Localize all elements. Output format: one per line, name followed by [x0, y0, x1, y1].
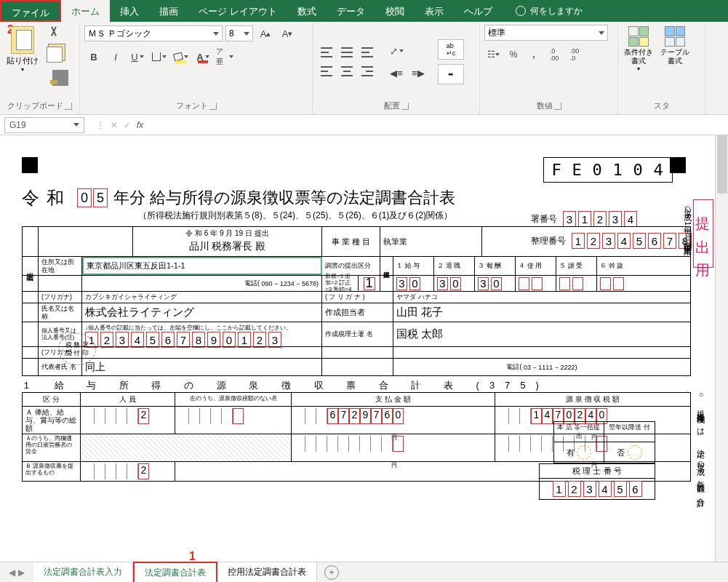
- sheet-tab-input[interactable]: 法定調書合計表入力: [33, 562, 133, 582]
- font-label: フォント: [176, 100, 208, 111]
- cut-icon[interactable]: [47, 25, 63, 41]
- ribbon-tab-bar: ファイル ホーム 挿入 描画 ページ レイアウト 数式 データ 校閲 表示 ヘル…: [0, 0, 728, 22]
- font-name-combo[interactable]: ＭＳ Ｐゴシック: [84, 25, 223, 41]
- wrap-text-button[interactable]: ab↵c: [438, 39, 464, 60]
- enter-icon[interactable]: ✓: [124, 120, 131, 130]
- tab-help[interactable]: ヘルプ: [454, 0, 503, 22]
- form-code: FE0104: [543, 157, 673, 183]
- align-top-icon[interactable]: [317, 44, 336, 61]
- clipboard-label: クリップボード: [7, 100, 63, 111]
- formula-bar: G19 ⋮ ✕ ✓ fx: [0, 115, 728, 135]
- tab-review[interactable]: 校閲: [375, 0, 415, 22]
- paste-icon: [11, 26, 34, 54]
- sheet-nav-prev-icon[interactable]: ◀: [9, 567, 15, 578]
- address-cell[interactable]: 東京都品川区東五反田1-1-1: [82, 257, 322, 275]
- fill-color-button[interactable]: [172, 48, 191, 65]
- merge-button[interactable]: ⬌: [438, 64, 464, 84]
- add-sheet-button[interactable]: ＋: [324, 565, 339, 580]
- dialog-launcher-icon[interactable]: [65, 103, 72, 110]
- align-bottom-icon[interactable]: [358, 44, 377, 61]
- office-no-label: 署番号: [531, 213, 557, 226]
- fx-icon[interactable]: fx: [137, 120, 143, 130]
- era-year: 05: [77, 188, 108, 207]
- table-format-button[interactable]: テーブル書式: [659, 25, 691, 65]
- styles-label: スタ: [654, 100, 670, 111]
- percent-icon[interactable]: %: [505, 47, 522, 63]
- corner-mark: [22, 157, 38, 173]
- honten-box: 本 店 等一括提出翌年以降送 付 有 否: [553, 421, 655, 463]
- orientation-button[interactable]: ⤢: [387, 42, 406, 60]
- dialog-launcher-icon[interactable]: [209, 103, 217, 110]
- decrease-font-icon[interactable]: A▾: [278, 25, 297, 42]
- ribbon-body: 貼り付け ▾ クリップボード ＭＳ Ｐゴシック 8 A▴ A▾ B I U: [0, 22, 728, 115]
- formula-input[interactable]: [151, 117, 728, 133]
- underline-button[interactable]: U: [128, 48, 147, 65]
- bulb-icon: [516, 6, 526, 16]
- sheet-tab-copy[interactable]: 控用法定調書合計表: [217, 562, 317, 582]
- dialog-launcher-icon[interactable]: [401, 103, 409, 110]
- name-box[interactable]: G19: [4, 117, 84, 133]
- border-button[interactable]: [150, 48, 169, 65]
- grid-icon: [628, 26, 649, 47]
- tab-home[interactable]: ホーム: [61, 0, 110, 22]
- tab-page-layout[interactable]: ページ レイアウト: [188, 0, 287, 22]
- cancel-icon[interactable]: ✕: [111, 120, 118, 130]
- align-left-icon[interactable]: [317, 63, 336, 80]
- comma-icon[interactable]: ,: [525, 47, 543, 63]
- sheet-tab-summary[interactable]: 法定調書合計表: [133, 562, 217, 582]
- format-painter-icon[interactable]: [52, 70, 68, 86]
- copy-icon[interactable]: [47, 47, 63, 63]
- bold-button[interactable]: B: [84, 48, 103, 65]
- sheet-tab-bar: ◀ ▶ 法定調書合計表入力 法定調書合計表 控用法定調書合計表 ＋: [0, 562, 728, 582]
- dialog-launcher-icon[interactable]: [554, 103, 561, 110]
- conditional-format-button[interactable]: 条件付き書式 ▾: [623, 25, 655, 72]
- alignment-grid: [317, 44, 377, 80]
- align-center-icon[interactable]: [337, 63, 356, 80]
- tab-formulas[interactable]: 数式: [287, 0, 327, 22]
- number-label: 数値: [537, 100, 553, 111]
- phonetic-button[interactable]: ア亜: [215, 48, 234, 65]
- currency-icon[interactable]: ☷: [484, 47, 502, 63]
- form-title: 年分 給与所得の源泉徴収票等の法定調書合計表: [113, 187, 455, 209]
- grid-icon: [665, 26, 685, 47]
- vertical-scrollbar[interactable]: [715, 135, 728, 562]
- section1-title: １ 給 与 所 得 の 源 泉 徴 収 票 合 計 表 (375): [22, 379, 699, 392]
- increase-decimal-icon[interactable]: .0.00: [545, 47, 563, 63]
- increase-font-icon[interactable]: A▴: [256, 25, 275, 42]
- italic-button[interactable]: I: [106, 48, 125, 65]
- font-color-button[interactable]: A: [193, 48, 212, 65]
- alignment-label: 配置: [384, 100, 400, 111]
- tell-me[interactable]: 何をしますか: [508, 0, 590, 22]
- number-format-combo[interactable]: 標準: [484, 25, 608, 41]
- tab-file[interactable]: ファイル: [0, 0, 61, 22]
- decrease-indent-icon[interactable]: ◀≡: [387, 64, 406, 81]
- formula-menu-icon[interactable]: ⋮: [96, 120, 105, 130]
- tab-draw[interactable]: 描画: [149, 0, 188, 22]
- era-label: 令和: [22, 186, 71, 210]
- tab-insert[interactable]: 挿入: [110, 0, 149, 22]
- align-right-icon[interactable]: [358, 63, 377, 80]
- font-size-combo[interactable]: 8: [225, 25, 253, 41]
- worksheet[interactable]: FE0104 令和 05 年分 給与所得の源泉徴収票等の法定調書合計表 （所得税…: [0, 135, 728, 543]
- align-middle-icon[interactable]: [337, 44, 356, 61]
- side-note-2: ○ 提出媒体欄には、法定 ㊟ 平成27年分以前の合計: [695, 390, 706, 494]
- decrease-decimal-icon[interactable]: .00.0: [566, 47, 583, 63]
- increase-indent-icon[interactable]: ≡▶: [409, 64, 428, 81]
- tab-view[interactable]: 表示: [415, 0, 454, 22]
- sheet-nav-next-icon[interactable]: ▶: [18, 567, 25, 578]
- tab-data[interactable]: データ: [327, 0, 375, 22]
